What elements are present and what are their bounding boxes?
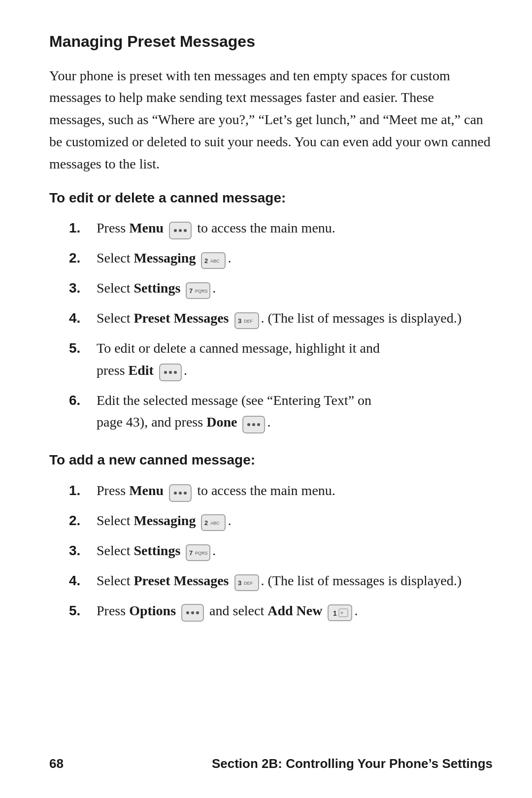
step-5-edit: 5. To edit or delete a canned message, h… — [69, 337, 493, 383]
svg-text:7: 7 — [189, 287, 193, 295]
svg-point-37 — [196, 611, 199, 614]
step-content: Press Options and select Add New 1 — [94, 600, 493, 623]
step-1-add: 1. Press Menu to access the main menu. — [69, 480, 493, 503]
svg-point-16 — [174, 371, 177, 374]
options-button-icon — [181, 601, 204, 623]
intro-paragraph: Your phone is preset with ten messages a… — [49, 65, 493, 175]
step-content: Select Settings 7 PQRS . — [94, 277, 493, 300]
step-number: 4. — [69, 570, 94, 592]
svg-text:1: 1 — [333, 609, 337, 617]
svg-text:PQRS: PQRS — [195, 551, 208, 556]
settings-button-icon: 7 PQRS — [185, 278, 211, 300]
svg-point-3 — [184, 229, 187, 232]
svg-text:2: 2 — [204, 519, 208, 527]
step-3-edit: 3. Select Settings 7 PQRS . — [69, 277, 493, 300]
step-content: Edit the selected message (see “Entering… — [94, 390, 493, 435]
step-2-edit: 2. Select Messaging 2 ABC . — [69, 247, 493, 270]
preset-messages-button-icon: 3 DEF — [234, 308, 260, 331]
svg-text:7: 7 — [189, 549, 193, 557]
step-content: Select Messaging 2 ABC . — [94, 510, 493, 533]
svg-text:ABC: ABC — [210, 521, 220, 526]
svg-point-19 — [252, 423, 255, 426]
edit-button-icon — [159, 361, 182, 383]
svg-rect-38 — [328, 605, 352, 621]
add-new-button-icon: 1 — [327, 601, 353, 623]
footer-page-number: 68 — [49, 754, 64, 773]
menu-button-icon — [168, 218, 192, 240]
step-number: 2. — [69, 247, 94, 269]
svg-point-1 — [174, 229, 177, 232]
step-number: 1. — [69, 217, 94, 239]
menu-button-icon-2 — [168, 481, 192, 503]
step-5-add: 5. Press Options and select Add New 1 — [69, 600, 493, 623]
section1-step-list: 1. Press Menu to access the main menu. 2… — [69, 217, 493, 434]
step-number: 4. — [69, 307, 94, 330]
footer-section-label: Section 2B: Controlling Your Phone’s Set… — [212, 754, 493, 773]
svg-text:3: 3 — [238, 579, 241, 587]
svg-point-35 — [186, 611, 189, 614]
svg-point-20 — [257, 423, 260, 426]
step-content: Select Settings 7 PQRS . — [94, 540, 493, 563]
step-number: 2. — [69, 510, 94, 532]
svg-point-22 — [174, 492, 177, 495]
step-6-edit: 6. Edit the selected message (see “Enter… — [69, 390, 493, 435]
step-number: 6. — [69, 390, 94, 412]
svg-text:ABC: ABC — [210, 259, 220, 264]
settings-button-icon-2: 7 PQRS — [185, 541, 211, 563]
step-content: Press Menu to access the main menu. — [94, 480, 493, 503]
done-button-icon — [242, 413, 266, 435]
step-3-add: 3. Select Settings 7 PQRS . — [69, 540, 493, 563]
step-4-add: 4. Select Preset Messages 3 DEF . (The l… — [69, 570, 493, 593]
messaging-button-icon: 2 ABC — [200, 248, 226, 270]
messaging-button-icon-2: 2 ABC — [200, 511, 226, 533]
section2-step-list: 1. Press Menu to access the main menu. 2… — [69, 480, 493, 623]
page-title: Managing Preset Messages — [49, 30, 493, 54]
preset-messages-button-icon-2: 3 DEF — [234, 571, 260, 593]
step-2-add: 2. Select Messaging 2 ABC . — [69, 510, 493, 533]
step-number: 5. — [69, 600, 94, 622]
svg-text:3: 3 — [238, 317, 241, 325]
svg-point-18 — [247, 423, 250, 426]
step-number: 3. — [69, 277, 94, 299]
step-number: 5. — [69, 337, 94, 360]
step-content: Select Messaging 2 ABC . — [94, 247, 493, 270]
svg-point-23 — [179, 492, 182, 495]
svg-point-36 — [191, 611, 194, 614]
step-content: Select Preset Messages 3 DEF . (The list… — [94, 307, 493, 331]
svg-text:PQRS: PQRS — [195, 289, 208, 294]
step-number: 1. — [69, 480, 94, 502]
svg-point-14 — [164, 371, 167, 374]
page-footer: 68 Section 2B: Controlling Your Phone’s … — [0, 754, 532, 773]
step-content: To edit or delete a canned message, high… — [94, 337, 493, 383]
step-number: 3. — [69, 540, 94, 562]
svg-text:DEF: DEF — [244, 581, 253, 586]
svg-text:DEF: DEF — [244, 319, 253, 324]
section2-heading: To add a new canned message: — [49, 449, 493, 470]
step-content: Select Preset Messages 3 DEF . (The list… — [94, 570, 493, 593]
svg-point-2 — [179, 229, 182, 232]
svg-point-15 — [169, 371, 172, 374]
step-content: Press Menu to access the main menu. — [94, 217, 493, 240]
svg-text:2: 2 — [204, 257, 208, 265]
section1-heading: To edit or delete a canned message: — [49, 187, 493, 208]
step-4-edit: 4. Select Preset Messages 3 DEF . (The l… — [69, 307, 493, 331]
svg-point-24 — [184, 492, 187, 495]
step-1-edit: 1. Press Menu to access the main menu. — [69, 217, 493, 240]
